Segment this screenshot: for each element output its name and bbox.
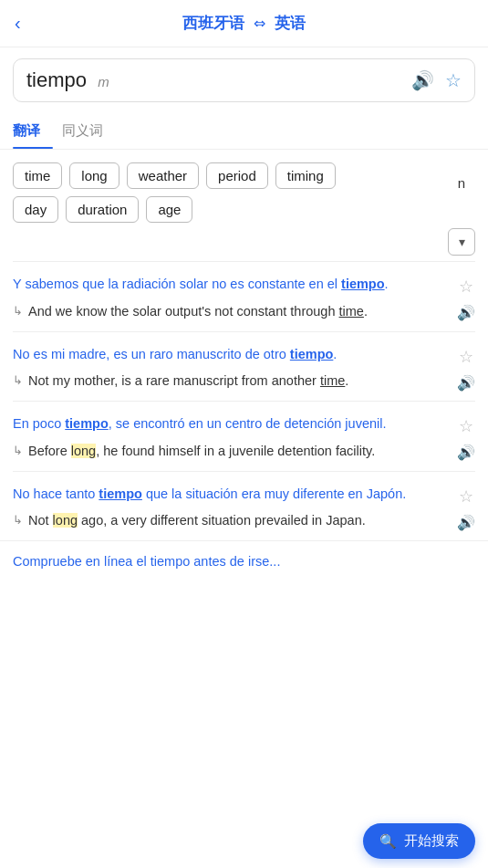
tags-row-1: time long weather period timing xyxy=(13,162,441,189)
reply-arrow-icon-2: ↳ xyxy=(13,373,23,387)
favorite-sentence-2[interactable]: ☆ xyxy=(459,347,473,367)
tab-translate-label: 翻译 xyxy=(13,122,40,138)
audio-sentence-1[interactable]: 🔊 xyxy=(457,304,475,321)
translation-highlight-3: long xyxy=(71,444,96,458)
sentence-translation-2: Not my mother, is a rare manuscript from… xyxy=(28,371,348,392)
tag-long[interactable]: long xyxy=(69,162,119,189)
search-icons: 🔊 ☆ xyxy=(411,69,462,91)
favorite-sentence-3[interactable]: ☆ xyxy=(459,416,473,436)
reply-arrow-icon-4: ↳ xyxy=(13,513,23,527)
tag-day[interactable]: day xyxy=(13,196,58,223)
audio-sentence-4[interactable]: 🔊 xyxy=(457,514,475,531)
tab-synonyms-label: 同义词 xyxy=(62,122,103,138)
highlight-tiempo-4: tiempo xyxy=(99,486,142,501)
sentences-list: Y sabemos que la radiación solar no es c… xyxy=(0,261,488,540)
sentence-content-1: Y sabemos que la radiación solar no es c… xyxy=(13,275,448,322)
highlight-tiempo-3: tiempo xyxy=(65,416,109,431)
sentence-content-3: En poco tiempo, se encontró en un centro… xyxy=(13,414,448,462)
sentence-actions-4: ☆ 🔊 xyxy=(457,485,475,532)
chevron-down-icon: ▾ xyxy=(459,235,465,249)
tag-age[interactable]: age xyxy=(146,196,192,223)
search-fab-icon: 🔍 xyxy=(379,833,397,850)
sentence-translation-1: And we know the solar output's not const… xyxy=(28,302,368,322)
header-title: 西班牙语 ⇔ 英语 xyxy=(182,13,306,34)
audio-sentence-2[interactable]: 🔊 xyxy=(457,374,475,392)
tag-weather[interactable]: weather xyxy=(127,162,199,189)
search-fab-label: 开始搜索 xyxy=(404,832,459,850)
sentence-original-2: No es mi madre, es un raro manuscrito de… xyxy=(13,345,448,365)
highlight-tiempo-1: tiempo xyxy=(341,277,385,291)
sentence-item-2: No es mi madre, es un raro manuscrito de… xyxy=(13,331,475,402)
swap-language-icon[interactable]: ⇔ xyxy=(254,15,265,32)
tags-section: time long weather period timing day dura… xyxy=(0,150,488,261)
highlight-tiempo-2: tiempo xyxy=(290,347,334,361)
tag-timing[interactable]: timing xyxy=(275,162,336,189)
expand-tags-button[interactable]: ▾ xyxy=(448,228,475,256)
pos-label: n xyxy=(458,168,465,191)
sentence-item-3: En poco tiempo, se encontró en un centro… xyxy=(13,401,475,471)
search-word-text: tiempo xyxy=(26,68,87,91)
sentence-translation-row-4: ↳ Not long ago, a very different situati… xyxy=(13,511,448,531)
sentence-item-4: No hace tanto tiempo que la situación er… xyxy=(13,471,475,541)
sentence-original-1: Y sabemos que la radiación solar no es c… xyxy=(13,275,448,295)
sentence-actions-1: ☆ 🔊 xyxy=(457,275,475,322)
favorite-sentence-1[interactable]: ☆ xyxy=(459,277,473,297)
search-bar[interactable]: tiempo m 🔊 ☆ xyxy=(13,58,475,102)
back-button[interactable]: ‹ xyxy=(15,13,21,34)
tag-period[interactable]: period xyxy=(206,162,268,189)
audio-sentence-3[interactable]: 🔊 xyxy=(457,444,475,461)
sentence-original-3: En poco tiempo, se encontró en un centro… xyxy=(13,414,448,434)
sentence-content-4: No hace tanto tiempo que la situación er… xyxy=(13,485,448,532)
sentence-content-2: No es mi madre, es un raro manuscrito de… xyxy=(13,345,448,392)
sentence-partial: Compruebe en línea el tiempo antes de ir… xyxy=(0,540,488,569)
sentence-actions-2: ☆ 🔊 xyxy=(457,345,475,392)
start-search-fab[interactable]: 🔍 开始搜索 xyxy=(363,823,475,859)
tags-rows: time long weather period timing day dura… xyxy=(13,162,441,223)
tab-translate[interactable]: 翻译 xyxy=(13,113,53,149)
sentence-original-4: No hace tanto tiempo que la situación er… xyxy=(13,485,448,505)
target-language: 英语 xyxy=(275,13,306,34)
translation-highlight-2: time xyxy=(320,373,345,388)
source-language: 西班牙语 xyxy=(182,13,244,34)
favorite-button[interactable]: ☆ xyxy=(445,69,462,91)
sentence-translation-row-3: ↳ Before long, he found himself in a juv… xyxy=(13,442,448,462)
sentence-item-1: Y sabemos que la radiación solar no es c… xyxy=(13,261,475,331)
tab-synonyms[interactable]: 同义词 xyxy=(62,113,116,149)
sentence-translation-4: Not long ago, a very different situation… xyxy=(28,511,366,531)
tags-row-2: day duration age xyxy=(13,196,441,223)
tag-duration[interactable]: duration xyxy=(66,196,139,223)
audio-button[interactable]: 🔊 xyxy=(411,69,434,91)
bottom-bar: 🔍 开始搜索 xyxy=(0,814,488,868)
translation-highlight-1: time xyxy=(339,304,364,319)
tag-time[interactable]: time xyxy=(13,162,62,189)
reply-arrow-icon-1: ↳ xyxy=(13,304,23,318)
sentence-translation-row-2: ↳ Not my mother, is a rare manuscript fr… xyxy=(13,371,448,392)
sentence-translation-3: Before long, he found himself in a juven… xyxy=(28,442,375,462)
translation-highlight-4: long xyxy=(53,513,78,528)
reply-arrow-icon-3: ↳ xyxy=(13,444,23,457)
search-word: tiempo m xyxy=(26,68,411,92)
word-gender: m xyxy=(98,74,109,89)
highlight-tiempo-5: tiempo xyxy=(151,554,191,569)
sentence-actions-3: ☆ 🔊 xyxy=(457,414,475,462)
tabs-bar: 翻译 同义词 xyxy=(0,113,488,150)
sentence-translation-row-1: ↳ And we know the solar output's not con… xyxy=(13,302,448,322)
favorite-sentence-4[interactable]: ☆ xyxy=(459,486,473,507)
header: ‹ 西班牙语 ⇔ 英语 xyxy=(0,0,488,47)
